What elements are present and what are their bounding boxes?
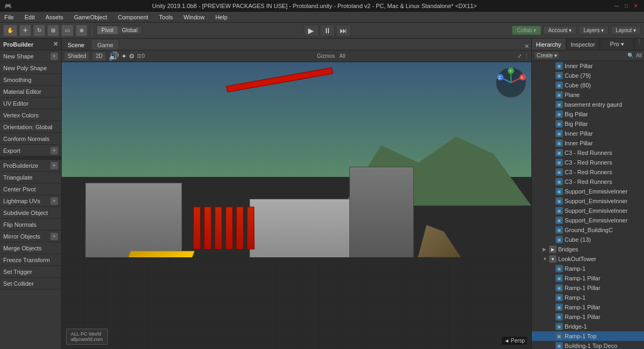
pb-merge-objects[interactable]: Merge Objects (0, 242, 61, 254)
menu-tools[interactable]: Tools (157, 14, 175, 20)
maximize-scene-icon[interactable]: ⤢ (517, 53, 522, 59)
hier-item-ramp1[interactable]: ▣ Ramp-1 (532, 264, 644, 273)
hierarchy-tab[interactable]: Hierarchy (532, 39, 566, 50)
pb-lightmap-uvs[interactable]: Lightmap UVs + (0, 195, 61, 207)
pb-material-editor[interactable]: Material Editor (0, 86, 61, 98)
hierarchy-search-icon[interactable]: 🔍 (627, 53, 634, 58)
probuilderize-plus-icon[interactable]: + (50, 162, 58, 169)
scene-menu-icon[interactable]: ⋮ (524, 53, 529, 59)
lightmap-plus-icon[interactable]: + (50, 197, 58, 205)
move-tool-button[interactable]: ✛ (19, 25, 31, 36)
pb-set-collider[interactable]: Set Collider (0, 278, 61, 289)
scene-close-icon[interactable]: ✕ (522, 43, 531, 50)
effects-icon[interactable]: ✦ (121, 53, 127, 60)
hier-item-building1-top-deco[interactable]: ▣ Building-1 Top Deco (532, 341, 644, 349)
grid-toggle[interactable]: ☰0 (137, 53, 145, 59)
hier-item-cube-79[interactable]: ▣ Cube (79) (532, 71, 644, 80)
hier-item-support-1[interactable]: ▣ Support_EmmisiveInner (532, 187, 644, 196)
maximize-button[interactable]: □ (623, 2, 630, 10)
hier-item-ramp1-pillar-1[interactable]: ▣ Ramp-1 Pillar (532, 273, 644, 283)
pb-new-poly-shape[interactable]: New Poly Shape (0, 62, 61, 74)
hier-item-c3-red-2[interactable]: ▣ C3 - Red Runners (532, 158, 644, 167)
pb-set-trigger[interactable]: Set Trigger (0, 266, 61, 278)
step-button[interactable]: ⏭ (336, 25, 351, 36)
play-button[interactable]: ▶ (304, 25, 319, 36)
pivot-option[interactable]: Pivot (97, 26, 118, 34)
hier-item-support-3[interactable]: ▣ Support_EmmisiveInner (532, 206, 644, 216)
menu-edit[interactable]: Edit (23, 14, 37, 20)
pb-mirror-objects[interactable]: Mirror Objects + (0, 231, 61, 242)
hier-item-cube-13[interactable]: ▣ Cube (13) (532, 235, 644, 244)
hier-item-ramp1-top[interactable]: ▣ Ramp-1 Top (532, 331, 644, 341)
pb-conform-normals[interactable]: Conform Normals (0, 133, 61, 145)
layout-button[interactable]: Layout ▾ (611, 26, 641, 35)
rotate-tool-button[interactable]: ↻ (33, 25, 45, 36)
hier-item-c3-red-3[interactable]: ▣ C3 - Red Runners (532, 167, 644, 177)
pb-flip-normals[interactable]: Flip Normals (0, 219, 61, 231)
2d-toggle[interactable]: 2D (92, 51, 106, 61)
pb-probuilderize[interactable]: ProBuilderize + (0, 160, 61, 172)
right-panel-menu-icon[interactable]: ⋮ (634, 39, 644, 50)
global-option[interactable]: Global (118, 26, 142, 34)
create-dropdown[interactable]: Create ▾ (534, 51, 560, 60)
inspector-tab[interactable]: Inspector (566, 39, 601, 50)
pb-freeze-transform[interactable]: Freeze Transform (0, 254, 61, 266)
hier-item-inner-pillar-2[interactable]: ▣ Inner Pillar (532, 129, 644, 138)
game-tab[interactable]: Game (91, 39, 119, 50)
hier-item-basement-entry[interactable]: ▣ basement entry gaurd (532, 100, 644, 109)
pb-new-shape[interactable]: New Shape + (0, 50, 61, 62)
new-shape-plus-icon[interactable]: + (50, 53, 58, 60)
scale-tool-button[interactable]: ⊞ (47, 25, 59, 36)
scene-tab[interactable]: Scene (62, 39, 90, 50)
hier-item-lookout-tower[interactable]: ▼ ▼ LookOutTower (532, 254, 644, 264)
layers-button[interactable]: Layers ▾ (579, 26, 609, 35)
scene-settings-icon[interactable]: ⚙ (129, 53, 135, 60)
hier-item-ramp1-pillar-4[interactable]: ▣ Ramp-1 Pillar (532, 312, 644, 322)
pivot-global-toggle[interactable]: Pivot Global (97, 26, 142, 35)
export-plus-icon[interactable]: + (50, 147, 58, 154)
pb-orientation-global[interactable]: Orientation: Global (0, 121, 61, 133)
pb-subdivide-object[interactable]: Subdivide Object (0, 207, 61, 219)
hier-item-inner-pillar-3[interactable]: ▣ Inner Pillar (532, 138, 644, 148)
hier-item-ground-buildingc[interactable]: ▣ Ground_BuildingC (532, 225, 644, 235)
menu-help[interactable]: Help (213, 14, 230, 20)
hier-item-ramp1-pillar-3[interactable]: ▣ Ramp-1 Pillar (532, 302, 644, 312)
hier-item-support-2[interactable]: ▣ Support_EmmisiveInner (532, 196, 644, 206)
menu-assets[interactable]: Assets (43, 14, 65, 20)
gizmos-btn[interactable]: Gizmos (317, 53, 335, 59)
account-button[interactable]: Account ▾ (543, 26, 576, 35)
collab-button[interactable]: Collab ▾ (512, 26, 541, 35)
hier-item-big-pillar-1[interactable]: ▣ Big Pillar (532, 109, 644, 119)
pb-triangulate[interactable]: Triangulate (0, 172, 61, 183)
hier-item-bridges[interactable]: ▶ ▶ Bridges (532, 244, 644, 254)
hier-item-support-4[interactable]: ▣ Support_EmmisiveInner (532, 216, 644, 225)
menu-window[interactable]: Window (181, 14, 207, 20)
hand-tool-button[interactable]: ✋ (3, 25, 17, 36)
menu-component[interactable]: Component (115, 14, 150, 20)
all-btn[interactable]: All (339, 53, 345, 59)
pro-tab[interactable]: Pro ▾ (600, 39, 634, 50)
minimize-button[interactable]: — (613, 2, 620, 10)
audio-icon[interactable]: 🔊 (108, 51, 119, 61)
hier-item-cube-80[interactable]: ▣ Cube (80) (532, 80, 644, 90)
probuilder-close-icon[interactable]: ✕ (53, 41, 58, 48)
hier-item-ramp1-pillar-2[interactable]: ▣ Ramp-1 Pillar (532, 283, 644, 293)
shaded-dropdown[interactable]: Shaded (64, 51, 90, 61)
pause-button[interactable]: ⏸ (320, 25, 335, 36)
rect-tool-button[interactable]: ▭ (61, 25, 74, 36)
pb-center-pivot[interactable]: Center Pivot (0, 183, 61, 195)
mirror-plus-icon[interactable]: + (50, 233, 58, 240)
transform-tool-button[interactable]: ⊕ (76, 25, 87, 36)
hier-item-c3-red-4[interactable]: ▣ C3 - Red Runners (532, 177, 644, 187)
pb-vertex-colors[interactable]: Vertex Colors (0, 109, 61, 121)
hier-item-c3-red-1[interactable]: ▣ C3 - Red Runners (532, 148, 644, 158)
pb-export[interactable]: Export + (0, 145, 61, 157)
menu-file[interactable]: File (2, 14, 16, 20)
hier-item-inner-pillar-1[interactable]: ▣ Inner Pillar (532, 61, 644, 71)
pb-smoothing[interactable]: Smoothing (0, 74, 61, 86)
close-button[interactable]: ✕ (632, 2, 640, 10)
hier-item-bridge1[interactable]: ▣ Bridge-1 (532, 322, 644, 331)
pb-uv-editor[interactable]: UV Editor (0, 98, 61, 109)
hier-item-ramp1-2[interactable]: ▣ Ramp-1 (532, 293, 644, 302)
hier-item-big-pillar-2[interactable]: ▣ Big Pillar (532, 119, 644, 129)
